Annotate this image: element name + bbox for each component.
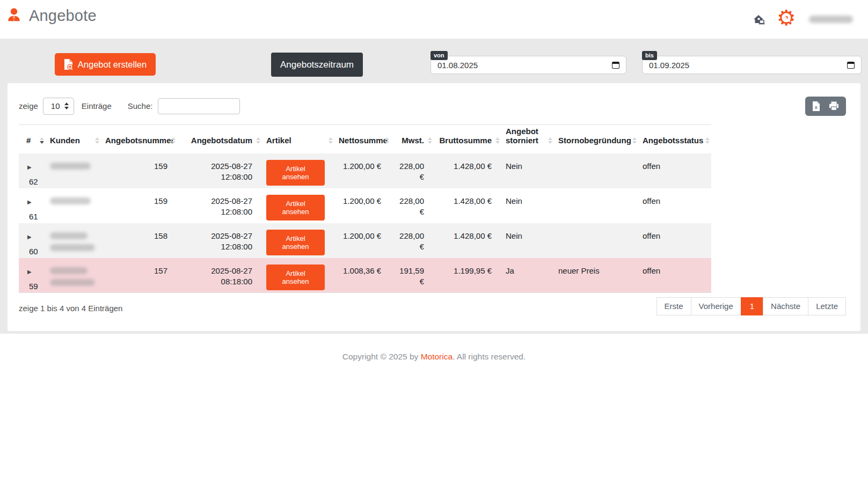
cell-bruttosumme: 1.199,95 € <box>434 258 501 293</box>
customer-name-redacted <box>50 244 95 251</box>
pagination-vorherige[interactable]: Vorherige <box>691 297 741 315</box>
table-row: ▶621592025-08-2712:08:00Artikel ansehen1… <box>19 153 711 188</box>
column-header-angebotsdatum[interactable]: Angebotsdatum <box>177 125 262 153</box>
pagination-nächste[interactable]: Nächste <box>763 297 808 315</box>
excel-export-icon[interactable]: x <box>811 100 821 112</box>
sort-icon <box>495 137 500 144</box>
row-id: 61 <box>29 211 36 222</box>
date-to-badge: bis <box>642 51 657 60</box>
sort-icon <box>548 137 552 144</box>
expand-row-icon[interactable]: ▶ <box>27 199 32 205</box>
cell-stornobegruendung <box>554 153 638 188</box>
cell-row-id: ▶61 <box>19 188 46 223</box>
pagination-letzte[interactable]: Letzte <box>808 297 846 315</box>
cell-kunden <box>46 223 101 258</box>
cell-storniert: Nein <box>501 223 554 258</box>
cell-nettosumme: 1.200,00 € <box>334 188 391 223</box>
column-header-bruttosumme[interactable]: Bruttosumme <box>434 125 501 153</box>
cell-status: offen <box>638 223 711 258</box>
expand-row-icon[interactable]: ▶ <box>27 269 32 275</box>
sort-icon <box>428 137 432 144</box>
calendar-icon[interactable] <box>847 62 855 69</box>
expand-row-icon[interactable]: ▶ <box>27 164 32 171</box>
sort-icon <box>705 137 710 144</box>
print-icon[interactable] <box>828 100 840 112</box>
sort-icon <box>385 137 389 144</box>
date-from-input[interactable]: 01.08.2025 <box>431 56 626 74</box>
app-header: Angebote ⚙ M <box>0 0 868 39</box>
sort-icon <box>171 137 176 144</box>
column-header-#[interactable]: # <box>19 125 46 153</box>
period-toggle[interactable]: Angebotszeitraum <box>271 53 363 77</box>
show-prefix-label: zeige <box>19 101 38 111</box>
sort-icon <box>256 137 260 144</box>
cell-kunden <box>46 153 101 188</box>
header-actions: ⚙ M <box>752 0 853 39</box>
cell-mwst: 228,00 € <box>391 153 434 188</box>
cell-mwst: 228,00 € <box>391 188 434 223</box>
view-articles-button[interactable]: Artikel ansehen <box>266 230 325 255</box>
customer-name-redacted <box>50 267 87 274</box>
brand-link[interactable]: Motorica <box>421 352 453 361</box>
entries-info: zeige 1 bis 4 von 4 Einträgen <box>19 304 122 313</box>
pagination-erste[interactable]: Erste <box>657 297 691 315</box>
cell-angebotsnummer: 158 <box>101 223 177 258</box>
create-offer-button[interactable]: Angebot erstellen <box>55 53 156 76</box>
cell-row-id: ▶59 <box>19 258 46 293</box>
cell-artikel: Artikel ansehen <box>262 153 334 188</box>
page-size-select[interactable]: 10 <box>43 98 74 115</box>
calendar-icon[interactable] <box>612 62 619 69</box>
table-header-row: #KundenAngebotsnummerAngebotsdatumArtike… <box>19 125 711 153</box>
row-id: 60 <box>29 246 36 257</box>
cell-angebotsnummer: 157 <box>101 258 177 293</box>
page-title: Angebote <box>29 7 97 25</box>
cell-angebotsdatum: 2025-08-2712:08:00 <box>177 153 262 188</box>
cell-artikel: Artikel ansehen <box>262 258 334 293</box>
table-row: ▶611592025-08-2712:08:00Artikel ansehen1… <box>19 188 711 223</box>
pagination-1[interactable]: 1 <box>741 297 763 315</box>
search-input[interactable] <box>158 98 240 114</box>
cell-mwst: 228,00 € <box>391 223 434 258</box>
view-articles-button[interactable]: Artikel ansehen <box>266 264 325 290</box>
cell-angebotsdatum: 2025-08-2708:18:00 <box>177 258 262 293</box>
copyright: Copyright © 2025 by Motorica. All rights… <box>0 352 868 362</box>
cell-storniert: Nein <box>501 153 554 188</box>
date-to-input[interactable]: 01.09.2025 <box>642 56 862 74</box>
svg-text:x: x <box>815 104 818 109</box>
column-header-kunden[interactable]: Kunden <box>46 125 101 153</box>
sort-icon <box>95 137 99 144</box>
cell-nettosumme: 1.200,00 € <box>334 153 391 188</box>
column-header-mwst[interactable]: Mwst. <box>391 125 434 153</box>
home-icon[interactable] <box>752 13 766 26</box>
cell-bruttosumme: 1.428,00 € <box>434 223 501 258</box>
logo-icon[interactable]: ⚙ M <box>778 10 797 29</box>
column-header-angebot-storniert[interactable]: Angebot storniert <box>501 125 554 153</box>
table-row: ▶591572025-08-2708:18:00Artikel ansehen1… <box>19 258 711 293</box>
create-file-icon <box>64 59 73 70</box>
column-header-angebotsstatus[interactable]: Angebotsstatus <box>638 125 711 153</box>
cell-row-id: ▶60 <box>19 223 46 258</box>
column-header-nettosumme[interactable]: Nettosumme <box>334 125 391 153</box>
cell-row-id: ▶62 <box>19 153 46 188</box>
expand-row-icon[interactable]: ▶ <box>27 234 32 240</box>
offers-table: #KundenAngebotsnummerAngebotsdatumArtike… <box>19 124 711 293</box>
customer-name-redacted <box>50 163 91 170</box>
cell-storniert: Ja <box>501 258 554 293</box>
date-from-badge: von <box>431 51 448 60</box>
select-stepper-icon <box>64 102 69 109</box>
cell-status: offen <box>638 188 711 223</box>
view-articles-button[interactable]: Artikel ansehen <box>266 160 325 186</box>
cell-stornobegruendung: neuer Preis <box>554 258 638 293</box>
list-controls: zeige 10 Einträge Suche: x <box>19 96 846 116</box>
view-articles-button[interactable]: Artikel ansehen <box>266 195 325 221</box>
cell-nettosumme: 1.008,36 € <box>334 258 391 293</box>
cell-angebotsdatum: 2025-08-2712:08:00 <box>177 223 262 258</box>
cell-bruttosumme: 1.428,00 € <box>434 188 501 223</box>
table-body: ▶621592025-08-2712:08:00Artikel ansehen1… <box>19 153 711 293</box>
column-header-artikel[interactable]: Artikel <box>262 125 334 153</box>
export-buttons: x <box>805 97 846 116</box>
user-name-redacted[interactable] <box>809 16 853 23</box>
customer-name-redacted <box>50 279 95 286</box>
column-header-angebotsnummer[interactable]: Angebotsnummer <box>101 125 177 153</box>
column-header-stornobegründung[interactable]: Stornobegründung <box>554 125 638 153</box>
